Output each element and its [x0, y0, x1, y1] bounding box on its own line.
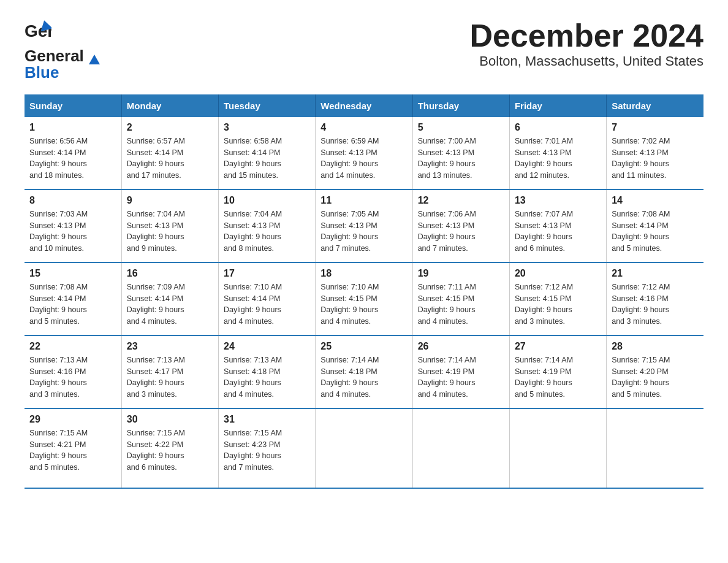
daylight-minutes-text: and 17 minutes.	[127, 171, 181, 180]
sunset-text: Sunset: 4:18 PM	[224, 367, 280, 376]
daylight-text: Daylight: 9 hours	[418, 159, 476, 168]
day-number: 28	[612, 341, 699, 352]
day-number: 23	[127, 341, 213, 352]
daylight-minutes-text: and 12 minutes.	[515, 171, 569, 180]
sunset-text: Sunset: 4:13 PM	[224, 221, 280, 230]
day-info: Sunrise: 7:09 AMSunset: 4:14 PMDaylight:…	[127, 282, 213, 327]
calendar-cell: 1Sunrise: 6:56 AMSunset: 4:14 PMDaylight…	[25, 117, 121, 190]
sunset-text: Sunset: 4:22 PM	[127, 440, 183, 449]
sunrise-text: Sunrise: 7:14 AM	[320, 356, 379, 364]
daylight-text: Daylight: 9 hours	[127, 378, 184, 387]
day-info: Sunrise: 7:03 AMSunset: 4:13 PMDaylight:…	[29, 209, 116, 255]
sunset-text: Sunset: 4:15 PM	[515, 294, 571, 303]
daylight-text: Daylight: 9 hours	[515, 232, 572, 241]
day-info: Sunrise: 7:10 AMSunset: 4:14 PMDaylight:…	[224, 282, 310, 327]
daylight-minutes-text: and 3 minutes.	[29, 390, 80, 399]
sunrise-text: Sunrise: 6:56 AM	[29, 137, 88, 145]
day-number: 1	[29, 122, 116, 133]
daylight-text: Daylight: 9 hours	[320, 232, 378, 241]
calendar-cell: 25Sunrise: 7:14 AMSunset: 4:18 PMDayligh…	[316, 335, 412, 408]
calendar-cell: 12Sunrise: 7:06 AMSunset: 4:13 PMDayligh…	[412, 190, 509, 262]
day-info: Sunrise: 7:15 AMSunset: 4:23 PMDaylight:…	[224, 427, 310, 473]
calendar-cell: 7Sunrise: 7:02 AMSunset: 4:13 PMDaylight…	[607, 117, 703, 190]
sunrise-text: Sunrise: 6:58 AM	[224, 137, 282, 145]
daylight-text: Daylight: 9 hours	[418, 232, 476, 241]
sunrise-text: Sunrise: 7:08 AM	[29, 283, 88, 291]
sunrise-text: Sunrise: 7:04 AM	[224, 210, 282, 218]
header-wednesday: Wednesday	[316, 94, 412, 117]
calendar-cell: 3Sunrise: 6:58 AMSunset: 4:14 PMDaylight…	[219, 117, 316, 190]
calendar-cell: 8Sunrise: 7:03 AMSunset: 4:13 PMDaylight…	[25, 190, 121, 262]
sunset-text: Sunset: 4:16 PM	[612, 294, 668, 303]
sunset-text: Sunset: 4:14 PM	[127, 294, 183, 303]
calendar-cell: 6Sunrise: 7:01 AMSunset: 4:13 PMDaylight…	[509, 117, 606, 190]
sunrise-text: Sunrise: 7:15 AM	[29, 429, 88, 437]
day-info: Sunrise: 7:00 AMSunset: 4:13 PMDaylight:…	[418, 136, 504, 182]
daylight-text: Daylight: 9 hours	[418, 378, 476, 387]
daylight-text: Daylight: 9 hours	[29, 451, 87, 460]
day-info: Sunrise: 7:04 AMSunset: 4:13 PMDaylight:…	[224, 209, 310, 255]
day-info: Sunrise: 7:12 AMSunset: 4:16 PMDaylight:…	[612, 282, 699, 327]
sunset-text: Sunset: 4:16 PM	[29, 367, 86, 376]
day-number: 19	[418, 268, 504, 279]
calendar-cell: 28Sunrise: 7:15 AMSunset: 4:20 PMDayligh…	[607, 335, 703, 408]
day-info: Sunrise: 7:14 AMSunset: 4:18 PMDaylight:…	[320, 354, 407, 400]
daylight-minutes-text: and 15 minutes.	[224, 171, 278, 180]
calendar-cell: 21Sunrise: 7:12 AMSunset: 4:16 PMDayligh…	[607, 262, 703, 335]
daylight-text: Daylight: 9 hours	[320, 378, 378, 387]
sunset-text: Sunset: 4:13 PM	[418, 148, 474, 157]
sunset-text: Sunset: 4:13 PM	[612, 148, 668, 157]
daylight-text: Daylight: 9 hours	[612, 232, 669, 241]
daylight-minutes-text: and 10 minutes.	[29, 244, 84, 253]
sunrise-text: Sunrise: 7:00 AM	[418, 137, 476, 145]
sunrise-text: Sunrise: 7:02 AM	[612, 137, 670, 145]
calendar-cell: 18Sunrise: 7:10 AMSunset: 4:15 PMDayligh…	[316, 262, 412, 335]
calendar-cell	[412, 408, 509, 488]
daylight-text: Daylight: 9 hours	[515, 305, 572, 314]
calendar-cell: 9Sunrise: 7:04 AMSunset: 4:13 PMDaylight…	[121, 190, 218, 262]
day-number: 6	[515, 122, 601, 133]
sunrise-text: Sunrise: 7:01 AM	[515, 137, 573, 145]
sunrise-text: Sunrise: 6:57 AM	[127, 137, 185, 145]
day-number: 3	[224, 122, 310, 133]
header-monday: Monday	[121, 94, 218, 117]
svg-marker-2	[89, 55, 100, 64]
daylight-minutes-text: and 5 minutes.	[29, 317, 80, 326]
sunset-text: Sunset: 4:23 PM	[224, 440, 280, 449]
calendar-cell: 17Sunrise: 7:10 AMSunset: 4:14 PMDayligh…	[219, 262, 316, 335]
daylight-text: Daylight: 9 hours	[29, 305, 87, 314]
logo-general-text: General	[25, 47, 84, 65]
day-info: Sunrise: 7:08 AMSunset: 4:14 PMDaylight:…	[29, 282, 116, 327]
daylight-minutes-text: and 11 minutes.	[612, 171, 666, 180]
sunset-text: Sunset: 4:14 PM	[612, 221, 668, 230]
day-info: Sunrise: 7:14 AMSunset: 4:19 PMDaylight:…	[515, 354, 601, 400]
day-number: 14	[612, 195, 699, 206]
page-title: December 2024	[469, 18, 703, 53]
day-info: Sunrise: 7:13 AMSunset: 4:18 PMDaylight:…	[224, 354, 310, 400]
day-number: 18	[320, 268, 407, 279]
daylight-text: Daylight: 9 hours	[127, 451, 184, 460]
sunset-text: Sunset: 4:13 PM	[29, 221, 86, 230]
day-number: 21	[612, 268, 699, 279]
header-friday: Friday	[509, 94, 606, 117]
day-number: 30	[127, 414, 213, 425]
calendar-cell: 11Sunrise: 7:05 AMSunset: 4:13 PMDayligh…	[316, 190, 412, 262]
daylight-minutes-text: and 14 minutes.	[320, 171, 375, 180]
day-number: 4	[320, 122, 407, 133]
day-info: Sunrise: 7:07 AMSunset: 4:13 PMDaylight:…	[515, 209, 601, 255]
daylight-minutes-text: and 5 minutes.	[612, 390, 662, 399]
daylight-minutes-text: and 4 minutes.	[320, 317, 371, 326]
calendar-cell: 16Sunrise: 7:09 AMSunset: 4:14 PMDayligh…	[121, 262, 218, 335]
calendar-week-row: 8Sunrise: 7:03 AMSunset: 4:13 PMDaylight…	[25, 190, 703, 262]
day-number: 11	[320, 195, 407, 206]
calendar-cell	[316, 408, 412, 488]
daylight-minutes-text: and 5 minutes.	[612, 244, 662, 253]
daylight-minutes-text: and 3 minutes.	[127, 390, 177, 399]
daylight-minutes-text: and 7 minutes.	[418, 244, 468, 253]
sunset-text: Sunset: 4:13 PM	[320, 148, 377, 157]
day-number: 13	[515, 195, 601, 206]
calendar-cell: 10Sunrise: 7:04 AMSunset: 4:13 PMDayligh…	[219, 190, 316, 262]
calendar-cell: 23Sunrise: 7:13 AMSunset: 4:17 PMDayligh…	[121, 335, 218, 408]
calendar-week-row: 15Sunrise: 7:08 AMSunset: 4:14 PMDayligh…	[25, 262, 703, 335]
sunrise-text: Sunrise: 6:59 AM	[320, 137, 379, 145]
